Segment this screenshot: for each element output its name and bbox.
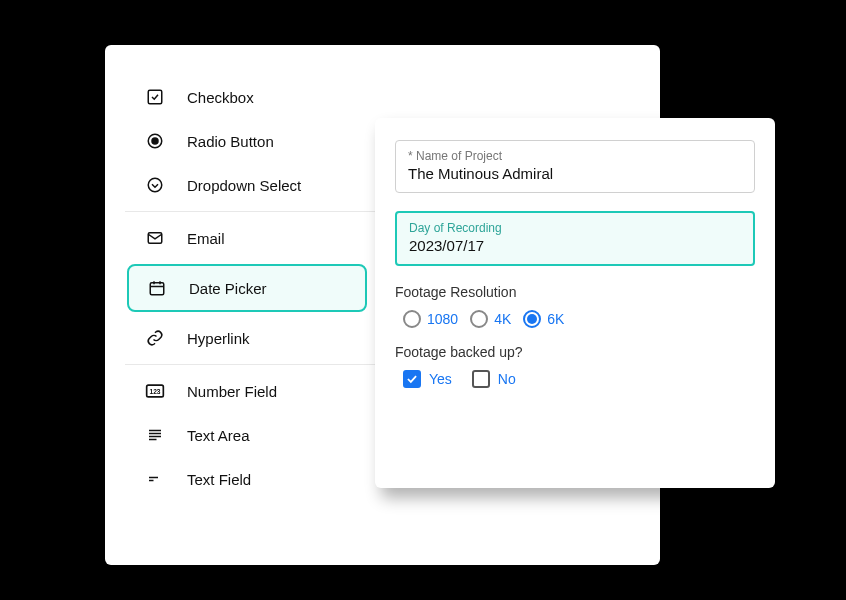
recording-day-field[interactable]: Day of Recording 2023/07/17: [395, 211, 755, 266]
backed-up-options: Yes No: [395, 370, 755, 388]
form-preview-panel: * Name of Project The Mutinous Admiral D…: [375, 118, 775, 488]
field-type-checkbox[interactable]: Checkbox: [105, 75, 660, 119]
resolution-option-6k[interactable]: 6K: [523, 310, 564, 328]
field-type-label: Email: [187, 230, 225, 247]
radio-icon: [523, 310, 541, 328]
field-type-label: Checkbox: [187, 89, 254, 106]
recording-day-value: 2023/07/17: [409, 237, 741, 254]
svg-point-2: [152, 138, 158, 144]
project-name-value: The Mutinous Admiral: [408, 165, 742, 182]
field-type-label: Hyperlink: [187, 330, 250, 347]
radio-icon: [403, 310, 421, 328]
project-name-field[interactable]: * Name of Project The Mutinous Admiral: [395, 140, 755, 193]
textfield-icon: [145, 469, 165, 489]
field-type-label: Radio Button: [187, 133, 274, 150]
recording-day-label: Day of Recording: [409, 221, 741, 235]
resolution-label: Footage Resolution: [395, 284, 755, 300]
link-icon: [145, 328, 165, 348]
svg-text:123: 123: [149, 388, 160, 395]
checkbox-icon: [145, 87, 165, 107]
field-type-label: Date Picker: [189, 280, 267, 297]
project-name-label: * Name of Project: [408, 149, 742, 163]
option-label: 4K: [494, 311, 511, 327]
field-type-label: Text Field: [187, 471, 251, 488]
dropdown-icon: [145, 175, 165, 195]
option-label: 6K: [547, 311, 564, 327]
field-type-label: Text Area: [187, 427, 250, 444]
svg-rect-0: [148, 90, 162, 104]
backed-up-yes[interactable]: Yes: [403, 370, 452, 388]
option-label: No: [498, 371, 516, 387]
svg-rect-5: [150, 283, 164, 295]
field-type-label: Number Field: [187, 383, 277, 400]
field-type-label: Dropdown Select: [187, 177, 301, 194]
radio-icon: [145, 131, 165, 151]
calendar-icon: [147, 278, 167, 298]
backed-up-no[interactable]: No: [472, 370, 516, 388]
checkbox-icon: [472, 370, 490, 388]
textarea-icon: [145, 425, 165, 445]
option-label: Yes: [429, 371, 452, 387]
email-icon: [145, 228, 165, 248]
svg-point-3: [148, 178, 162, 192]
resolution-option-1080[interactable]: 1080: [403, 310, 458, 328]
radio-icon: [470, 310, 488, 328]
backed-up-label: Footage backed up?: [395, 344, 755, 360]
resolution-option-4k[interactable]: 4K: [470, 310, 511, 328]
number-icon: 123: [145, 381, 165, 401]
option-label: 1080: [427, 311, 458, 327]
resolution-options: 1080 4K 6K: [395, 310, 755, 328]
checkbox-icon: [403, 370, 421, 388]
field-type-date-picker[interactable]: Date Picker: [127, 264, 367, 312]
